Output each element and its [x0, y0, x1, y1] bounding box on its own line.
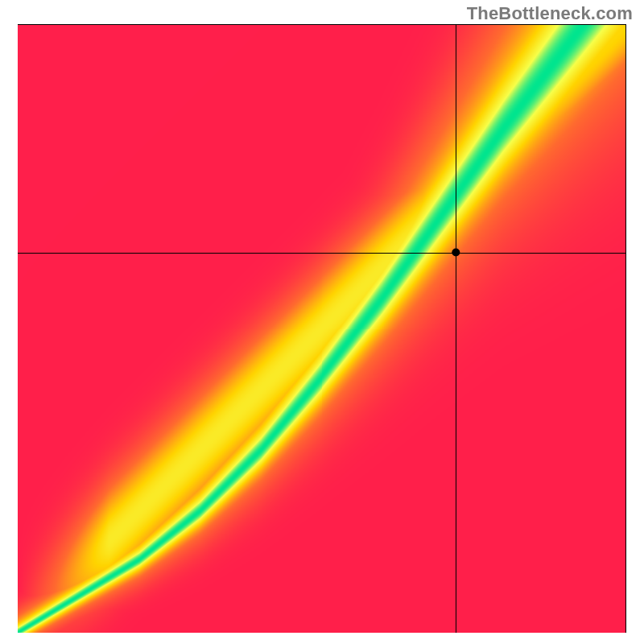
watermark-text: TheBottleneck.com: [467, 3, 633, 24]
chart-container: TheBottleneck.com: [0, 0, 644, 644]
bottleneck-heatmap: [18, 24, 626, 633]
